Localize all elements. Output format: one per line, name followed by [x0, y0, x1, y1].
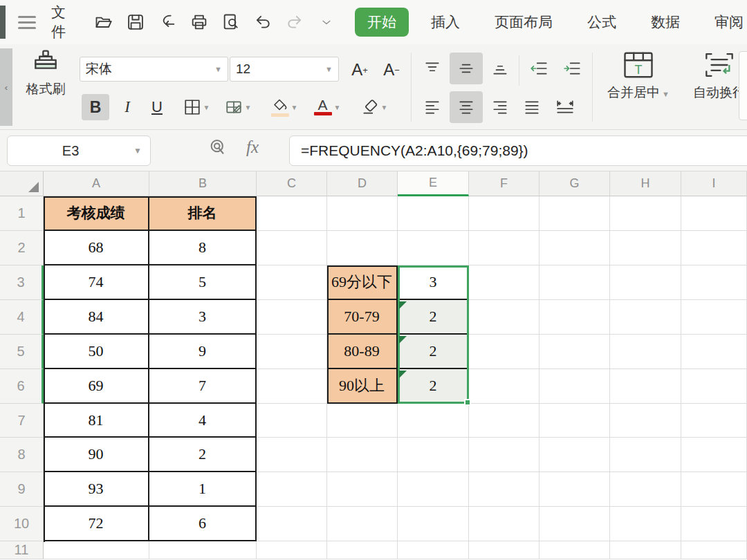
cell-D11[interactable] [327, 541, 398, 559]
row-header-11[interactable]: 11 [0, 541, 44, 559]
cell-A4[interactable]: 84 [44, 300, 149, 335]
row-header-6[interactable]: 6 [0, 369, 44, 404]
cell-B6[interactable]: 7 [149, 369, 257, 404]
cell-D9[interactable] [327, 472, 398, 507]
cell-A5[interactable]: 50 [44, 335, 149, 369]
redo-icon[interactable] [284, 12, 305, 32]
cell-H2[interactable] [610, 231, 681, 265]
cell-C3[interactable] [257, 265, 327, 300]
cell-G11[interactable] [540, 541, 610, 559]
distributed-button[interactable] [549, 94, 581, 120]
name-box-dropdown-icon[interactable]: ▼ [133, 146, 150, 156]
cell-D6[interactable]: 90以上 [327, 369, 398, 404]
cell-F7[interactable] [469, 404, 540, 438]
cell-F6[interactable] [469, 369, 540, 404]
cell-F1[interactable] [469, 196, 540, 231]
row-header-10[interactable]: 10 [0, 507, 44, 541]
cell-G2[interactable] [540, 231, 610, 265]
row-header-3[interactable]: 3 [0, 265, 44, 300]
cell-H3[interactable] [610, 265, 681, 300]
align-right-button[interactable] [486, 94, 515, 120]
cell-F9[interactable] [469, 472, 540, 507]
cell-C7[interactable] [257, 404, 327, 438]
cell-I4[interactable] [681, 300, 747, 335]
cell-A10[interactable]: 72 [44, 507, 149, 541]
row-header-4[interactable]: 4 [0, 300, 44, 335]
cell-H7[interactable] [610, 404, 681, 438]
cell-B11[interactable] [149, 541, 257, 559]
underline-button[interactable]: U [144, 94, 170, 120]
cell-A9[interactable]: 93 [44, 472, 149, 507]
cell-D8[interactable] [327, 438, 398, 472]
fill-color-button[interactable]: ▼ [264, 94, 304, 120]
column-header-A[interactable]: A [44, 171, 149, 196]
cell-C1[interactable] [257, 196, 327, 231]
cell-F11[interactable] [469, 541, 540, 559]
print-icon[interactable] [189, 12, 210, 32]
tab-formulas[interactable]: 公式 [575, 8, 629, 37]
cell-D2[interactable] [327, 231, 398, 265]
cell-F10[interactable] [469, 507, 540, 541]
cell-H6[interactable] [610, 369, 681, 404]
cell-I5[interactable] [681, 335, 747, 369]
cell-G10[interactable] [540, 507, 610, 541]
insert-function-icon[interactable]: fx [246, 138, 259, 157]
tab-data[interactable]: 数据 [638, 8, 692, 37]
select-all-corner[interactable] [0, 171, 44, 196]
cell-C2[interactable] [257, 231, 327, 265]
cell-B4[interactable]: 3 [149, 300, 257, 335]
cell-H8[interactable] [610, 438, 681, 472]
cell-F5[interactable] [469, 335, 540, 369]
file-menu[interactable]: 文件 [51, 3, 66, 41]
increase-indent-button[interactable] [557, 55, 588, 82]
borders-button[interactable]: ▼ [178, 94, 214, 120]
export-icon[interactable] [157, 12, 178, 32]
cell-I9[interactable] [681, 472, 747, 507]
zoom-formula-icon[interactable] [208, 137, 228, 158]
cell-E9[interactable] [398, 472, 469, 507]
align-middle-button[interactable] [450, 53, 483, 84]
cell-C8[interactable] [257, 438, 327, 472]
cell-D10[interactable] [327, 507, 398, 541]
cell-H1[interactable] [610, 196, 681, 231]
column-header-I[interactable]: I [681, 171, 747, 196]
cell-B2[interactable]: 8 [149, 231, 257, 265]
undo-icon[interactable] [252, 12, 273, 32]
merge-center-button[interactable]: T 合并居中 ▼ [600, 50, 676, 102]
cell-H5[interactable] [610, 335, 681, 369]
customize-toolbar-chevron-icon[interactable] [316, 12, 337, 32]
cell-I11[interactable] [681, 541, 747, 559]
align-top-button[interactable] [418, 55, 447, 82]
cell-B3[interactable]: 5 [149, 265, 257, 300]
collapse-ribbon-button[interactable]: ‹ [0, 48, 12, 126]
name-box[interactable]: E3 ▼ [7, 136, 151, 166]
cell-F2[interactable] [469, 231, 540, 265]
cell-B5[interactable]: 9 [149, 335, 257, 369]
column-header-G[interactable]: G [540, 171, 610, 196]
tab-review[interactable]: 审阅 [702, 8, 747, 37]
tab-insert[interactable]: 插入 [418, 8, 472, 37]
cell-G8[interactable] [540, 438, 610, 472]
cell-F3[interactable] [469, 265, 540, 300]
column-header-F[interactable]: F [469, 171, 540, 196]
cell-C5[interactable] [257, 335, 327, 369]
main-menu-icon[interactable] [18, 16, 36, 29]
cell-G3[interactable] [540, 265, 610, 300]
tab-home[interactable]: 开始 [355, 8, 409, 37]
row-header-2[interactable]: 2 [0, 231, 44, 265]
cell-E4[interactable]: 2 [398, 300, 469, 335]
column-header-H[interactable]: H [610, 171, 681, 196]
shrink-font-button[interactable]: A− [378, 57, 405, 83]
cell-G4[interactable] [540, 300, 610, 335]
cell-E11[interactable] [398, 541, 469, 559]
row-header-9[interactable]: 9 [0, 472, 44, 507]
cell-I7[interactable] [681, 404, 747, 438]
font-size-select[interactable]: 12▼ [230, 57, 339, 82]
font-name-select[interactable]: 宋体▼ [80, 57, 228, 82]
cell-I3[interactable] [681, 265, 747, 300]
cell-I6[interactable] [681, 369, 747, 404]
align-bottom-button[interactable] [486, 55, 515, 82]
cell-E1[interactable] [398, 196, 469, 231]
italic-button[interactable]: I [115, 94, 140, 120]
cell-I2[interactable] [681, 231, 747, 265]
